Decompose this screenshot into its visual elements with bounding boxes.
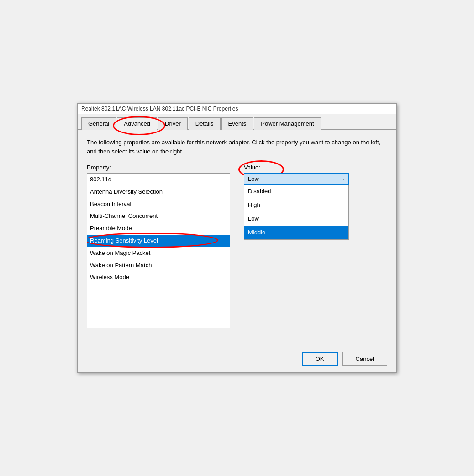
dialog-title: Realtek 802.11AC Wireless LAN 802.11ac P…: [81, 106, 238, 112]
dropdown-selected-value[interactable]: Low ⌄: [244, 173, 349, 185]
property-item-wireless-mode[interactable]: Wireless Mode: [87, 271, 230, 284]
tab-driver[interactable]: Driver: [158, 117, 188, 130]
value-label: Value:: [244, 164, 260, 171]
content-area: The following properties are available f…: [78, 130, 396, 336]
property-item-preamble[interactable]: Preamble Mode: [87, 222, 230, 235]
dialog-footer: OK Cancel: [78, 345, 396, 372]
tab-details[interactable]: Details: [189, 117, 221, 130]
tab-power-management[interactable]: Power Management: [254, 117, 321, 130]
main-columns: Property: 802.11d Antenna Diversity Sele…: [87, 164, 387, 328]
property-item-beacon[interactable]: Beacon Interval: [87, 198, 230, 211]
tab-events[interactable]: Events: [221, 117, 253, 130]
tab-advanced[interactable]: Advanced: [117, 117, 157, 130]
dropdown-option-middle[interactable]: Middle: [244, 226, 348, 239]
dropdown-arrow-icon: ⌄: [341, 176, 345, 182]
value-section: Value: Low ⌄ Disabled High Low Middle: [244, 164, 387, 240]
dropdown-current-value: Low: [248, 175, 259, 182]
property-item-antenna[interactable]: Antenna Diversity Selection: [87, 186, 230, 198]
value-dropdown[interactable]: Low ⌄ Disabled High Low Middle: [244, 173, 349, 240]
tab-bar: General Advanced Driver Details Events P…: [78, 114, 396, 130]
roaming-item-wrapper: Roaming Sensitivity Level: [87, 235, 230, 247]
title-bar: Realtek 802.11AC Wireless LAN 802.11ac P…: [78, 104, 396, 114]
property-item-multichannel[interactable]: Multi-Channel Concurrent: [87, 210, 230, 222]
tab-general[interactable]: General: [81, 117, 116, 130]
dropdown-option-low[interactable]: Low: [244, 212, 348, 226]
property-section: Property: 802.11d Antenna Diversity Sele…: [87, 164, 230, 328]
property-label: Property:: [87, 164, 230, 171]
ok-button[interactable]: OK: [302, 352, 338, 366]
property-item-wake-magic[interactable]: Wake on Magic Packet: [87, 247, 230, 259]
dropdown-option-high[interactable]: High: [244, 198, 348, 212]
property-list[interactable]: 802.11d Antenna Diversity Selection Beac…: [87, 173, 230, 328]
property-item-roaming[interactable]: Roaming Sensitivity Level: [87, 235, 230, 247]
dropdown-option-disabled[interactable]: Disabled: [244, 185, 348, 198]
dropdown-list: Disabled High Low Middle: [244, 185, 349, 240]
description-text: The following properties are available f…: [87, 138, 387, 156]
property-item-wake-pattern[interactable]: Wake on Pattern Match: [87, 259, 230, 272]
cancel-button[interactable]: Cancel: [342, 352, 387, 366]
properties-dialog: Realtek 802.11AC Wireless LAN 802.11ac P…: [77, 103, 397, 373]
property-item-80211d[interactable]: 802.11d: [87, 174, 230, 186]
